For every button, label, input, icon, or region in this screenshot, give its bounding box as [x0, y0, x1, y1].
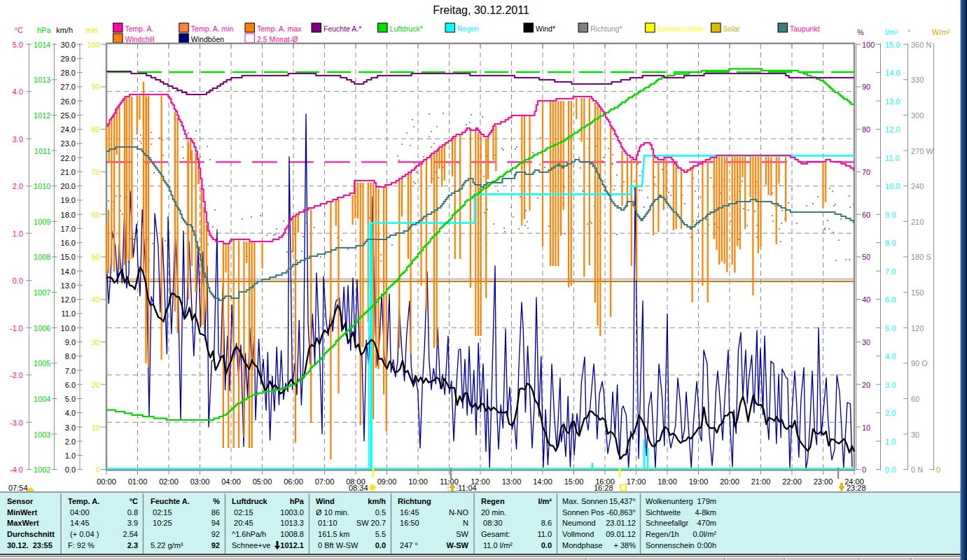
- svg-text:08:30: 08:30: [481, 519, 503, 527]
- svg-text:3.0: 3.0: [13, 135, 23, 144]
- svg-text:Regen: Regen: [457, 24, 479, 33]
- svg-text:270 W: 270 W: [911, 147, 933, 155]
- svg-text:20:00: 20:00: [720, 477, 739, 486]
- svg-text:02:15: 02:15: [232, 508, 253, 517]
- svg-text:Mondphase: Mondphase: [562, 541, 603, 550]
- svg-text:Feuchte A.*: Feuchte A.*: [324, 24, 361, 33]
- svg-text:180 S: 180 S: [911, 253, 931, 261]
- svg-text:0.0: 0.0: [541, 541, 552, 550]
- svg-text:7.0: 7.0: [65, 367, 76, 375]
- svg-text:MinWert: MinWert: [7, 508, 38, 517]
- svg-text:7.0: 7.0: [885, 267, 896, 276]
- svg-text:Schneefallgr: Schneefallgr: [646, 519, 688, 527]
- svg-text:5.0: 5.0: [13, 41, 23, 49]
- svg-text:30.0: 30.0: [61, 41, 76, 49]
- svg-text:92: 92: [211, 530, 220, 538]
- svg-text:+ 38%: + 38%: [614, 541, 636, 550]
- svg-text:13:00: 13:00: [502, 477, 522, 486]
- svg-text:Temp. A. min: Temp. A. min: [191, 24, 234, 33]
- svg-text:1013: 1013: [34, 76, 50, 84]
- svg-text:%: %: [213, 497, 220, 505]
- svg-text:20: 20: [862, 381, 870, 389]
- svg-text:17.0: 17.0: [61, 225, 76, 233]
- svg-text:1009: 1009: [34, 218, 50, 226]
- svg-text:21:00: 21:00: [751, 477, 771, 486]
- svg-text:330: 330: [911, 76, 924, 84]
- svg-text:N-NO: N-NO: [449, 508, 469, 517]
- svg-text:-60,863°: -60,863°: [606, 508, 636, 517]
- svg-text:07:00: 07:00: [315, 477, 335, 486]
- svg-text:0:00h: 0:00h: [697, 541, 716, 550]
- svg-text:Ø 10 min.: Ø 10 min.: [316, 508, 349, 517]
- svg-text:23:00: 23:00: [814, 477, 833, 486]
- svg-text:0: 0: [862, 465, 866, 474]
- svg-text:Schnee+ve: Schnee+ve: [232, 541, 270, 550]
- svg-text:30: 30: [92, 338, 100, 346]
- svg-text:11:04: 11:04: [458, 484, 477, 492]
- svg-text:86: 86: [211, 508, 220, 517]
- svg-text:Sensor: Sensor: [7, 497, 34, 505]
- svg-text:100: 100: [862, 41, 875, 49]
- svg-text:^1.6hPa/h: ^1.6hPa/h: [232, 530, 266, 538]
- svg-text:100: 100: [88, 41, 100, 49]
- svg-text:90: 90: [92, 83, 100, 91]
- svg-text:16.0: 16.0: [61, 239, 76, 247]
- svg-text:SW: SW: [456, 530, 468, 538]
- svg-text:2.5 Monat-Ø: 2.5 Monat-Ø: [257, 35, 298, 43]
- svg-text:km/h: km/h: [56, 26, 73, 34]
- svg-text:23:28: 23:28: [847, 484, 866, 492]
- svg-text:Max. Sonnen: Max. Sonnen: [562, 497, 608, 505]
- svg-text:Sonnenschein: Sonnenschein: [658, 24, 704, 33]
- svg-text:min: min: [85, 26, 98, 34]
- svg-text:150: 150: [911, 288, 924, 297]
- svg-text:Temp. A. max: Temp. A. max: [257, 24, 302, 33]
- svg-text:5.22 g/m³: 5.22 g/m³: [151, 541, 183, 550]
- svg-text:1005: 1005: [34, 359, 50, 368]
- svg-text:179m: 179m: [697, 497, 716, 505]
- svg-text:2.0: 2.0: [65, 438, 76, 446]
- svg-text:-2.0: -2.0: [10, 371, 23, 379]
- svg-text:Windchill: Windchill: [125, 35, 155, 43]
- svg-text:9.0: 9.0: [65, 338, 76, 346]
- svg-text:02:15: 02:15: [151, 508, 172, 517]
- svg-text:Neumond: Neumond: [562, 519, 596, 527]
- svg-text:0.0l/m²: 0.0l/m²: [693, 530, 716, 538]
- svg-text:Freitag, 30.12.2011: Freitag, 30.12.2011: [433, 4, 529, 16]
- svg-text:(+ 0.04 ): (+ 0.04 ): [68, 530, 99, 538]
- svg-text:0.0: 0.0: [375, 541, 386, 550]
- svg-text:6.0: 6.0: [885, 295, 896, 304]
- svg-text:247 °: 247 °: [398, 541, 418, 550]
- svg-text:Feuchte A.: Feuchte A.: [151, 497, 190, 505]
- svg-text:Gesamt:: Gesamt:: [481, 530, 510, 538]
- svg-text:12.0: 12.0: [61, 295, 76, 304]
- svg-text:0: 0: [936, 465, 940, 474]
- svg-text:210: 210: [911, 218, 924, 226]
- svg-text:04:00: 04:00: [68, 508, 90, 517]
- svg-text:120: 120: [911, 324, 924, 332]
- svg-text:22:00: 22:00: [782, 477, 802, 486]
- svg-text:km/h: km/h: [368, 497, 386, 505]
- svg-text:2.0: 2.0: [13, 182, 23, 190]
- svg-text:3.0: 3.0: [885, 381, 896, 389]
- svg-text:Sichtweite: Sichtweite: [646, 508, 681, 517]
- svg-text:hPa: hPa: [37, 26, 51, 34]
- svg-text:14:45: 14:45: [68, 519, 90, 527]
- svg-text:70: 70: [92, 168, 100, 176]
- svg-text:Regen/1h: Regen/1h: [646, 530, 679, 538]
- svg-text:20:45: 20:45: [232, 519, 253, 527]
- svg-text:240: 240: [911, 182, 924, 190]
- svg-text:15,437°: 15,437°: [609, 497, 636, 505]
- svg-text:19:00: 19:00: [689, 477, 709, 486]
- svg-text:18.0: 18.0: [61, 211, 76, 219]
- svg-text:13.0: 13.0: [61, 281, 76, 290]
- svg-text:°C: °C: [130, 497, 138, 505]
- svg-text:W/m²: W/m²: [932, 28, 951, 36]
- svg-text:90 O: 90 O: [911, 359, 928, 368]
- svg-text:06:00: 06:00: [284, 477, 303, 486]
- svg-text:hPa: hPa: [290, 497, 305, 505]
- svg-text:1003: 1003: [34, 430, 50, 439]
- svg-text:1002: 1002: [34, 465, 50, 474]
- svg-text:30: 30: [911, 430, 919, 439]
- svg-text:10.0: 10.0: [61, 324, 76, 332]
- svg-text:4-8km: 4-8km: [695, 508, 716, 517]
